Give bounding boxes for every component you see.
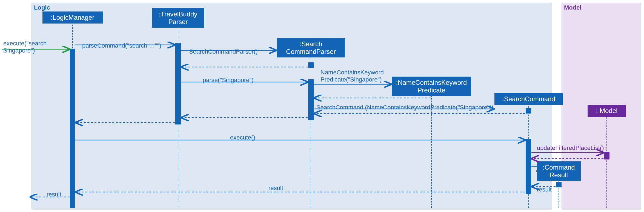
msg-parse-command: parseCommand("search …"") [82, 42, 161, 49]
frame-logic-label: Logic [34, 4, 50, 11]
frame-model-label: Model [564, 4, 582, 11]
participant-model: : Model [588, 105, 626, 117]
participant-search-command: :SearchCommand [494, 93, 563, 105]
activation-travel-buddy-parser [175, 43, 181, 124]
activation-command-result [556, 182, 562, 187]
activation-scp-1 [308, 62, 314, 68]
msg-nckp-ctor: NameContainsKeyword Predicate("Singapore… [320, 69, 384, 83]
participant-search-command-parser: :Search CommandParser [277, 38, 345, 57]
participant-travel-buddy-parser: :TravelBuddy Parser [152, 8, 204, 28]
msg-scp-ctor: SearchCommandParser() [189, 48, 258, 55]
participant-nck-predicate: :NameContainsKeyword Predicate [392, 77, 471, 96]
activation-model [604, 152, 609, 159]
lifeline-search-command-parser-top [311, 57, 311, 62]
lifeline-nck-predicate [431, 95, 432, 208]
msg-search-command-ctor: SearchCommand (NameContainsKeywordPredic… [316, 104, 494, 111]
lifeline-search-command-bottom [528, 194, 529, 208]
msg-execute-call: execute() [230, 134, 255, 141]
participant-command-result: :Command Result [537, 161, 581, 181]
activation-logic-manager [70, 49, 75, 208]
msg-execute-in: execute("search Singapore") [3, 40, 47, 54]
msg-result-cr: result [537, 186, 552, 193]
msg-result-out: result [47, 191, 61, 198]
lifeline-travel-buddy-parser-top [178, 27, 178, 43]
msg-update-filtered: updateFilteredPlaceList() [537, 144, 604, 152]
msg-result-back: result [268, 185, 283, 192]
activation-search-command-1 [526, 108, 531, 114]
msg-parse: parse("Singapore") [203, 77, 254, 84]
lifeline-model [606, 117, 607, 208]
participant-logic-manager: :LogicManager [42, 11, 103, 24]
lifeline-search-command-parser-bottom [311, 120, 311, 208]
lifeline-travel-buddy-parser-bottom [178, 124, 178, 208]
activation-scp-2 [308, 79, 314, 120]
activation-search-command-2 [526, 139, 531, 194]
